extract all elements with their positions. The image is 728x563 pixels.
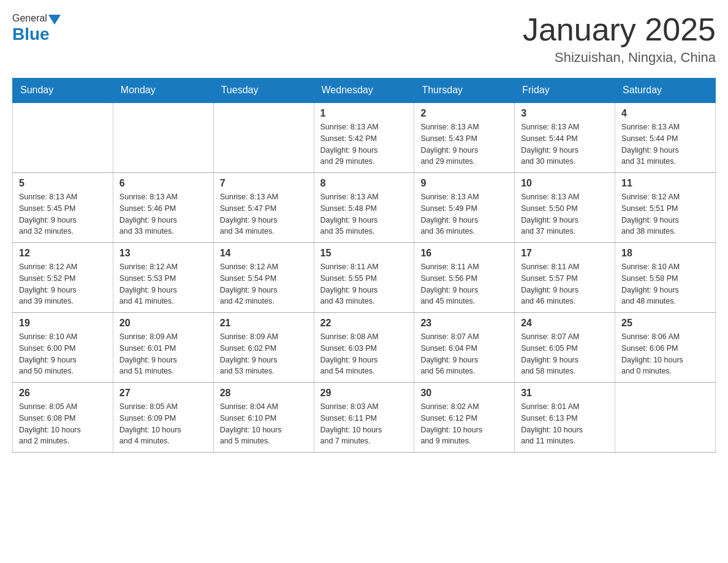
day-info: Sunrise: 8:13 AMSunset: 5:50 PMDaylight:… — [521, 191, 609, 237]
day-info: Sunrise: 8:04 AMSunset: 6:10 PMDaylight:… — [220, 401, 308, 447]
calendar-cell: 6Sunrise: 8:13 AMSunset: 5:46 PMDaylight… — [113, 173, 213, 243]
header-day-sunday: Sunday — [13, 79, 113, 103]
day-info: Sunrise: 8:12 AMSunset: 5:51 PMDaylight:… — [621, 191, 709, 237]
day-number: 30 — [420, 388, 508, 399]
page-title: January 2025 — [523, 12, 716, 47]
calendar-cell: 8Sunrise: 8:13 AMSunset: 5:48 PMDaylight… — [314, 173, 414, 243]
page-header: General Blue January 2025 Shizuishan, Ni… — [12, 12, 716, 66]
header-day-tuesday: Tuesday — [213, 79, 314, 103]
day-number: 28 — [220, 388, 308, 399]
calendar-cell: 10Sunrise: 8:13 AMSunset: 5:50 PMDayligh… — [515, 173, 615, 243]
calendar-cell: 2Sunrise: 8:13 AMSunset: 5:43 PMDaylight… — [414, 102, 515, 173]
calendar-week-5: 26Sunrise: 8:05 AMSunset: 6:08 PMDayligh… — [13, 383, 716, 453]
calendar-cell — [213, 102, 314, 173]
calendar-cell: 5Sunrise: 8:13 AMSunset: 5:45 PMDaylight… — [13, 173, 113, 243]
day-number: 9 — [420, 178, 508, 189]
title-block: January 2025 Shizuishan, Ningxia, China — [523, 12, 716, 66]
day-info: Sunrise: 8:13 AMSunset: 5:44 PMDaylight:… — [621, 121, 709, 167]
calendar-cell: 21Sunrise: 8:09 AMSunset: 6:02 PMDayligh… — [213, 313, 314, 383]
day-number: 22 — [320, 318, 408, 329]
day-info: Sunrise: 8:13 AMSunset: 5:49 PMDaylight:… — [420, 191, 508, 237]
day-number: 31 — [521, 388, 609, 399]
calendar-cell: 28Sunrise: 8:04 AMSunset: 6:10 PMDayligh… — [213, 383, 314, 453]
day-number: 29 — [320, 388, 408, 399]
calendar-cell: 13Sunrise: 8:12 AMSunset: 5:53 PMDayligh… — [113, 243, 213, 313]
calendar-cell: 30Sunrise: 8:02 AMSunset: 6:12 PMDayligh… — [414, 383, 515, 453]
header-day-saturday: Saturday — [615, 79, 716, 103]
day-number: 10 — [521, 178, 609, 189]
day-info: Sunrise: 8:13 AMSunset: 5:46 PMDaylight:… — [119, 191, 207, 237]
calendar-cell: 27Sunrise: 8:05 AMSunset: 6:09 PMDayligh… — [113, 383, 213, 453]
day-info: Sunrise: 8:03 AMSunset: 6:11 PMDaylight:… — [320, 401, 408, 447]
day-info: Sunrise: 8:12 AMSunset: 5:54 PMDaylight:… — [220, 261, 308, 307]
calendar-cell: 23Sunrise: 8:07 AMSunset: 6:04 PMDayligh… — [414, 313, 515, 383]
calendar-cell: 9Sunrise: 8:13 AMSunset: 5:49 PMDaylight… — [414, 173, 515, 243]
day-info: Sunrise: 8:11 AMSunset: 5:55 PMDaylight:… — [320, 261, 408, 307]
day-info: Sunrise: 8:01 AMSunset: 6:13 PMDaylight:… — [521, 401, 609, 447]
calendar-cell: 20Sunrise: 8:09 AMSunset: 6:01 PMDayligh… — [113, 313, 213, 383]
day-number: 17 — [521, 248, 609, 259]
day-number: 20 — [119, 318, 207, 329]
calendar-cell — [113, 102, 213, 173]
calendar-week-1: 1Sunrise: 8:13 AMSunset: 5:42 PMDaylight… — [13, 102, 716, 173]
day-info: Sunrise: 8:11 AMSunset: 5:56 PMDaylight:… — [420, 261, 508, 307]
day-number: 25 — [621, 318, 709, 329]
day-info: Sunrise: 8:09 AMSunset: 6:01 PMDaylight:… — [119, 331, 207, 377]
calendar-cell: 22Sunrise: 8:08 AMSunset: 6:03 PMDayligh… — [314, 313, 414, 383]
day-info: Sunrise: 8:13 AMSunset: 5:47 PMDaylight:… — [220, 191, 308, 237]
day-number: 14 — [220, 248, 308, 259]
calendar-table: SundayMondayTuesdayWednesdayThursdayFrid… — [12, 78, 716, 453]
calendar-week-4: 19Sunrise: 8:10 AMSunset: 6:00 PMDayligh… — [13, 313, 716, 383]
day-number: 16 — [420, 248, 508, 259]
day-info: Sunrise: 8:09 AMSunset: 6:02 PMDaylight:… — [220, 331, 308, 377]
calendar-cell: 11Sunrise: 8:12 AMSunset: 5:51 PMDayligh… — [615, 173, 716, 243]
header-day-wednesday: Wednesday — [314, 79, 414, 103]
day-number: 13 — [119, 248, 207, 259]
day-info: Sunrise: 8:05 AMSunset: 6:08 PMDaylight:… — [19, 401, 107, 447]
day-number: 27 — [119, 388, 207, 399]
logo-arrow-icon — [48, 15, 61, 25]
day-info: Sunrise: 8:13 AMSunset: 5:48 PMDaylight:… — [320, 191, 408, 237]
calendar-week-3: 12Sunrise: 8:12 AMSunset: 5:52 PMDayligh… — [13, 243, 716, 313]
day-info: Sunrise: 8:13 AMSunset: 5:42 PMDaylight:… — [320, 121, 408, 167]
calendar-week-2: 5Sunrise: 8:13 AMSunset: 5:45 PMDaylight… — [13, 173, 716, 243]
calendar-cell: 25Sunrise: 8:06 AMSunset: 6:06 PMDayligh… — [615, 313, 716, 383]
day-number: 8 — [320, 178, 408, 189]
header-day-monday: Monday — [113, 79, 213, 103]
day-info: Sunrise: 8:12 AMSunset: 5:52 PMDaylight:… — [19, 261, 107, 307]
day-info: Sunrise: 8:12 AMSunset: 5:53 PMDaylight:… — [119, 261, 207, 307]
day-number: 21 — [220, 318, 308, 329]
day-info: Sunrise: 8:10 AMSunset: 5:58 PMDaylight:… — [621, 261, 709, 307]
day-number: 1 — [320, 108, 408, 119]
day-info: Sunrise: 8:13 AMSunset: 5:44 PMDaylight:… — [521, 121, 609, 167]
day-info: Sunrise: 8:08 AMSunset: 6:03 PMDaylight:… — [320, 331, 408, 377]
day-info: Sunrise: 8:07 AMSunset: 6:04 PMDaylight:… — [420, 331, 508, 377]
day-info: Sunrise: 8:06 AMSunset: 6:06 PMDaylight:… — [621, 331, 709, 377]
header-day-friday: Friday — [515, 79, 615, 103]
day-number: 18 — [621, 248, 709, 259]
calendar-cell: 15Sunrise: 8:11 AMSunset: 5:55 PMDayligh… — [314, 243, 414, 313]
calendar-cell: 24Sunrise: 8:07 AMSunset: 6:05 PMDayligh… — [515, 313, 615, 383]
calendar-cell: 26Sunrise: 8:05 AMSunset: 6:08 PMDayligh… — [13, 383, 113, 453]
day-number: 4 — [621, 108, 709, 119]
calendar-cell: 3Sunrise: 8:13 AMSunset: 5:44 PMDaylight… — [515, 102, 615, 173]
logo: General Blue — [12, 12, 61, 44]
day-number: 19 — [19, 318, 107, 329]
calendar-cell — [615, 383, 716, 453]
calendar-cell: 12Sunrise: 8:12 AMSunset: 5:52 PMDayligh… — [13, 243, 113, 313]
subtitle: Shizuishan, Ningxia, China — [523, 50, 716, 66]
day-number: 7 — [220, 178, 308, 189]
day-number: 5 — [19, 178, 107, 189]
day-number: 26 — [19, 388, 107, 399]
calendar-cell: 14Sunrise: 8:12 AMSunset: 5:54 PMDayligh… — [213, 243, 314, 313]
calendar-cell: 7Sunrise: 8:13 AMSunset: 5:47 PMDaylight… — [213, 173, 314, 243]
day-number: 11 — [621, 178, 709, 189]
calendar-cell: 4Sunrise: 8:13 AMSunset: 5:44 PMDaylight… — [615, 102, 716, 173]
calendar-cell: 29Sunrise: 8:03 AMSunset: 6:11 PMDayligh… — [314, 383, 414, 453]
day-info: Sunrise: 8:05 AMSunset: 6:09 PMDaylight:… — [119, 401, 207, 447]
calendar-cell: 31Sunrise: 8:01 AMSunset: 6:13 PMDayligh… — [515, 383, 615, 453]
calendar-cell — [13, 102, 113, 173]
calendar-cell: 19Sunrise: 8:10 AMSunset: 6:00 PMDayligh… — [13, 313, 113, 383]
calendar-header-row: SundayMondayTuesdayWednesdayThursdayFrid… — [13, 79, 716, 103]
day-info: Sunrise: 8:07 AMSunset: 6:05 PMDaylight:… — [521, 331, 609, 377]
